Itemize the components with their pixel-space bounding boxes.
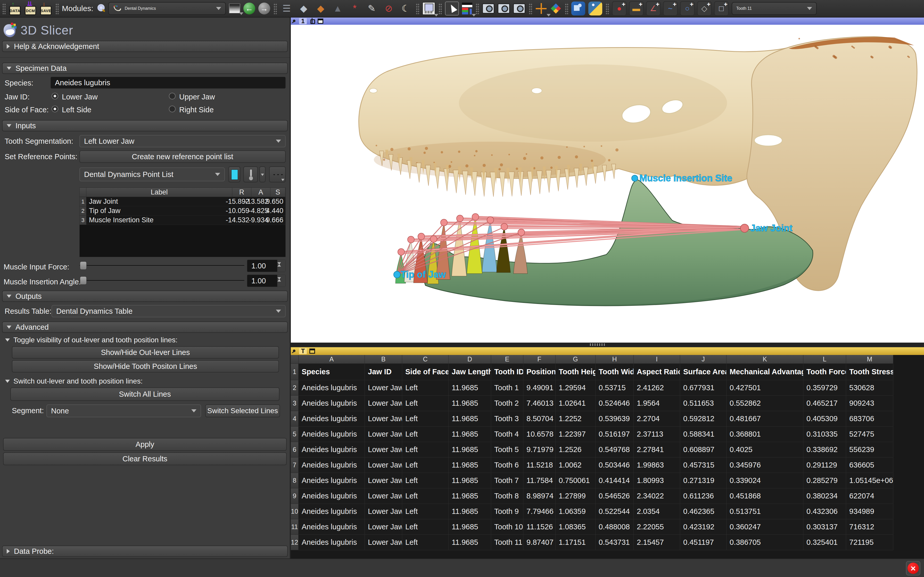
point-list-menu-button[interactable]	[269, 166, 286, 182]
cell[interactable]: 11.9685	[449, 396, 491, 411]
create-closed-curve-icon[interactable]: ○+	[680, 1, 695, 16]
cell[interactable]: 1.2252	[556, 411, 596, 427]
left-side-radio[interactable]	[52, 106, 58, 112]
cell[interactable]: 0.271319	[680, 473, 727, 488]
cell[interactable]: 0.427501	[727, 380, 803, 396]
col-header-B[interactable]: B	[365, 355, 402, 364]
a-col-header[interactable]: A	[251, 188, 270, 197]
cell[interactable]: Tooth 1	[491, 380, 523, 396]
3d-render[interactable]: Muscle Insertion Site Jaw Joint Tip of J…	[291, 25, 924, 343]
cell[interactable]: 10.6578	[523, 427, 556, 442]
cell[interactable]: Tooth 9	[491, 504, 523, 519]
cell[interactable]: Tooth 2	[491, 396, 523, 411]
cell[interactable]: 0.543731	[596, 535, 634, 550]
tooth-tip-point[interactable]	[457, 215, 463, 222]
cell[interactable]: 527475	[846, 427, 893, 442]
row-number[interactable]: 12	[291, 535, 299, 550]
tooth-tip-point[interactable]	[418, 233, 425, 240]
cell[interactable]: 0.53715	[596, 380, 634, 396]
cell[interactable]: 0.451868	[727, 488, 803, 504]
extensions-colorful-icon[interactable]	[550, 3, 562, 14]
cell[interactable]: 530628	[846, 380, 893, 396]
cell[interactable]: Jaw Length	[449, 364, 491, 380]
cell[interactable]: Tooth 7	[491, 473, 523, 488]
cell[interactable]: Left	[402, 458, 449, 473]
cell[interactable]: 934989	[846, 504, 893, 519]
layout-selector-button[interactable]	[422, 2, 435, 15]
tooth-tip-point[interactable]	[501, 223, 508, 230]
cell[interactable]: 0.325401	[803, 535, 846, 550]
cell[interactable]: Lower Jaw	[365, 396, 402, 411]
muscle-angle-spinbox[interactable]: 1.00	[247, 275, 286, 287]
cell[interactable]: 1.27899	[556, 488, 596, 504]
col-header-M[interactable]: M	[846, 355, 893, 364]
toolbar-grip[interactable]	[415, 3, 419, 14]
help-section-header[interactable]: Help & Acknowledgement	[2, 41, 288, 52]
row-number[interactable]: 8	[291, 473, 299, 488]
right-side-radio[interactable]	[169, 106, 176, 112]
row-number[interactable]: 5	[291, 427, 299, 442]
module-search-icon[interactable]	[97, 3, 105, 13]
cell[interactable]: Tooth 11	[491, 535, 523, 550]
cell[interactable]: 8.98974	[523, 488, 556, 504]
cell[interactable]: 0.457315	[680, 458, 727, 473]
switch-lines-subheader[interactable]: Switch out-lever and tooth position line…	[5, 377, 142, 385]
cell[interactable]: 2.41262	[634, 380, 680, 396]
cell[interactable]: 0.549768	[596, 442, 634, 458]
mute-volume-icon[interactable]: ⊘	[382, 2, 396, 15]
cell[interactable]: 11.9685	[449, 458, 491, 473]
r-col-header[interactable]: R	[232, 188, 251, 197]
create-open-curve-icon[interactable]: ~+	[663, 1, 677, 16]
cell[interactable]: Mechanical Advantage	[727, 364, 803, 380]
cell[interactable]: 0.368801	[727, 427, 803, 442]
point-list-combobox[interactable]: Dental Dynamics Point List	[79, 168, 225, 181]
scene-view-button[interactable]	[498, 3, 510, 14]
species-input[interactable]: Aneides lugubris	[50, 77, 286, 89]
corner-cell[interactable]	[291, 355, 299, 364]
cell[interactable]: Aneides lugubris	[299, 427, 365, 442]
window-level-button[interactable]	[462, 3, 472, 15]
cell[interactable]: 0.405309	[803, 411, 846, 427]
cell[interactable]: 1.17151	[556, 535, 596, 550]
muscle-force-spinbox[interactable]: 1.00	[247, 259, 286, 272]
error-log-button[interactable]: ×	[906, 561, 921, 575]
point-row[interactable]: 1Jaw Joint-15.892-13.5829.650	[80, 197, 285, 206]
cell[interactable]: 7.46013	[523, 396, 556, 411]
cell[interactable]: Aneides lugubris	[299, 473, 365, 488]
cell[interactable]: 1.05145e+06	[846, 473, 893, 488]
cell[interactable]: 1.22397	[556, 427, 596, 442]
place-point-button[interactable]	[243, 166, 258, 182]
cell[interactable]: 8.50704	[523, 411, 556, 427]
cell[interactable]: Left	[402, 504, 449, 519]
cell[interactable]: 2.27841	[634, 442, 680, 458]
cell[interactable]: 11.1526	[523, 519, 556, 535]
cell[interactable]: 2.15457	[634, 535, 680, 550]
view-controller-icon[interactable]	[309, 18, 315, 24]
cell[interactable]: 0.524646	[596, 396, 634, 411]
cell[interactable]: Left	[402, 535, 449, 550]
create-plane-icon[interactable]: ◇+	[697, 1, 712, 16]
point-s-cell[interactable]: 9.650	[270, 197, 285, 206]
advanced-header[interactable]: Advanced	[2, 321, 288, 333]
tooth-tip-point[interactable]	[472, 214, 479, 220]
cell[interactable]: 11.9685	[449, 442, 491, 458]
cell[interactable]: 11.9685	[449, 504, 491, 519]
cell[interactable]: 9.49091	[523, 380, 556, 396]
cell[interactable]: 1.80993	[634, 473, 680, 488]
row-number[interactable]: 6	[291, 442, 299, 458]
dental-module-icon[interactable]: ☾	[399, 2, 412, 15]
create-line-icon[interactable]: ▬+	[629, 1, 643, 16]
cell[interactable]: Left	[402, 380, 449, 396]
forward-button[interactable]: →	[258, 3, 270, 15]
screenshot-button[interactable]	[482, 3, 494, 14]
annotations-pen-icon[interactable]: ✎	[365, 2, 378, 15]
toolbar-grip[interactable]	[55, 3, 59, 14]
cell[interactable]: 0.592812	[680, 411, 727, 427]
cell[interactable]: 2.2704	[634, 411, 680, 427]
col-header-H[interactable]: H	[596, 355, 634, 364]
point-row[interactable]: 2Tip of Jaw-10.059-4.8254.440	[80, 206, 285, 216]
view-splitter[interactable]	[291, 343, 924, 347]
maximize-view-icon[interactable]	[309, 348, 315, 354]
col-header-L[interactable]: L	[803, 355, 846, 364]
cell[interactable]: 0.546526	[596, 488, 634, 504]
